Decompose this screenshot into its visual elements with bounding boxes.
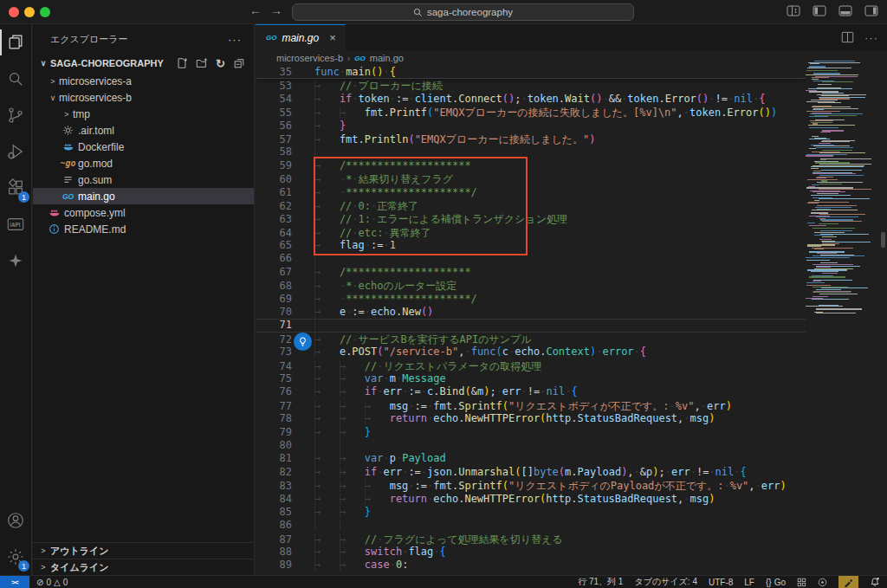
- close-window-button[interactable]: [9, 7, 19, 17]
- code-line-64[interactable]: 64→//·etc:·異常終了: [256, 226, 806, 239]
- line-number[interactable]: 64: [256, 227, 292, 239]
- split-editor-icon[interactable]: [841, 31, 854, 43]
- line-number[interactable]: 77: [256, 400, 292, 412]
- line-number[interactable]: 72: [256, 333, 292, 346]
- maximize-window-button[interactable]: [40, 7, 50, 17]
- code-line-79[interactable]: 79→→}: [256, 426, 806, 439]
- line-number[interactable]: 69: [256, 293, 292, 305]
- toggle-primary-sidebar-icon[interactable]: [813, 5, 826, 16]
- indentation-status[interactable]: タブのサイズ: 4: [634, 576, 697, 588]
- encoding-status[interactable]: UTF-8: [709, 578, 733, 587]
- line-number[interactable]: 84: [256, 493, 292, 505]
- line-number[interactable]: 74: [256, 360, 292, 372]
- code-line-80[interactable]: 80→→: [256, 439, 806, 452]
- tree-item-Dockerfile[interactable]: Dockerfile: [33, 139, 254, 155]
- code-line-58[interactable]: 58→: [256, 145, 806, 158]
- code-action-lightbulb[interactable]: [294, 333, 312, 351]
- cursor-position-status[interactable]: 行 71、列 1: [578, 576, 623, 588]
- line-number[interactable]: 35: [256, 66, 292, 78]
- code-line-57[interactable]: 57→fmt.Println("EMQXブローカーに接続しました。"): [256, 132, 806, 145]
- breadcrumb-file[interactable]: main.go: [370, 53, 404, 63]
- code-line-60[interactable]: 60→·*·結果切り替えフラグ: [256, 172, 806, 185]
- code-line-88[interactable]: 88→→switch·flag·{: [256, 546, 806, 559]
- line-number[interactable]: 58: [256, 145, 292, 158]
- code-line-63[interactable]: 63→//·1:·エラーによる補償トランザクション処理: [256, 212, 806, 225]
- tree-item-main.go[interactable]: GOmain.go: [33, 188, 254, 204]
- refresh-icon[interactable]: ↻: [216, 58, 225, 69]
- tab-main-go[interactable]: GO main.go ×: [256, 24, 346, 50]
- timeline-panel-header[interactable]: > タイムライン: [33, 559, 254, 575]
- sidebar-item-source-control[interactable]: [0, 97, 31, 133]
- line-number[interactable]: 63: [256, 213, 292, 225]
- sidebar-item-explorer[interactable]: [0, 24, 31, 61]
- line-number[interactable]: 79: [256, 426, 292, 438]
- tree-item-microservices-b[interactable]: ∨microservices-b: [33, 89, 254, 106]
- code-line-81[interactable]: 81→→var·p·Payload: [256, 452, 806, 465]
- new-file-icon[interactable]: [176, 57, 188, 69]
- line-number[interactable]: 60: [256, 173, 292, 185]
- sidebar-item-copilot[interactable]: [0, 242, 31, 279]
- code-area[interactable]: 35func·main()·{ 53→//·ブローカーに接続54→if·toke…: [256, 66, 806, 575]
- sticky-scroll[interactable]: 35func·main()·{: [256, 66, 806, 79]
- line-number[interactable]: 55: [256, 107, 292, 119]
- account-button[interactable]: [0, 502, 31, 539]
- line-number[interactable]: 53: [256, 80, 292, 92]
- line-number[interactable]: 78: [256, 412, 292, 424]
- code-line-74[interactable]: 74→→//·リクエストパラメータの取得処理: [256, 359, 806, 372]
- code-line-66[interactable]: 66→: [256, 252, 806, 265]
- code-line-62[interactable]: 62→//·0:·正常終了: [256, 199, 806, 212]
- code-line-59[interactable]: 59→/********************: [256, 159, 806, 172]
- line-number[interactable]: 88: [256, 546, 292, 558]
- line-number[interactable]: 89: [256, 559, 292, 571]
- line-number[interactable]: 86: [256, 519, 292, 531]
- code-line-73[interactable]: 73→e.POST("/service-b",·func(c·echo.Cont…: [256, 346, 806, 359]
- notifications-bell-icon[interactable]: [870, 577, 880, 587]
- tree-item-tmp[interactable]: >tmp: [33, 106, 254, 122]
- code-line-56[interactable]: 56→}: [256, 120, 806, 132]
- code-line-75[interactable]: 75→→var·m·Message: [256, 372, 806, 385]
- problems-status[interactable]: ⊘ 0 △ 0: [36, 578, 68, 587]
- code-line-53[interactable]: 53→//·ブローカーに接続: [256, 79, 806, 92]
- code-line-35[interactable]: 35func·main()·{: [256, 66, 806, 79]
- code-line-84[interactable]: 84→→→return·echo.NewHTTPError(http.Statu…: [256, 493, 806, 506]
- line-number[interactable]: 85: [256, 506, 292, 518]
- code-line-86[interactable]: 86→→: [256, 519, 806, 532]
- customize-layout-icon[interactable]: [787, 5, 800, 16]
- language-mode-status[interactable]: {} Go: [766, 578, 786, 587]
- code-line-70[interactable]: 70→e·:=·echo.New(): [256, 306, 806, 319]
- line-number[interactable]: 75: [256, 372, 292, 384]
- code-line-87[interactable]: 87→→//·フラグによって処理結果を切り替える: [256, 533, 806, 546]
- line-number[interactable]: 76: [256, 385, 292, 397]
- breadcrumb[interactable]: microservices-b › GO main.go: [256, 50, 887, 66]
- code-line-82[interactable]: 82→→if·err·:=·json.Unmarshal([]byte(m.Pa…: [256, 466, 806, 479]
- nav-back-icon[interactable]: ←: [249, 3, 262, 17]
- code-line-89[interactable]: 89→→case·0:: [256, 559, 806, 572]
- new-folder-icon[interactable]: [196, 57, 208, 69]
- remote-indicator[interactable]: ><: [0, 576, 29, 588]
- tree-item-compose.yml[interactable]: compose.yml: [33, 204, 254, 221]
- line-number[interactable]: 54: [256, 93, 292, 105]
- line-number[interactable]: 62: [256, 200, 292, 212]
- code-line-67[interactable]: 67→/********************: [256, 266, 806, 279]
- line-number[interactable]: 56: [256, 120, 292, 132]
- line-number[interactable]: 67: [256, 266, 292, 278]
- explorer-more-actions-icon[interactable]: ···: [228, 33, 242, 46]
- extension-grid-status-icon[interactable]: [797, 578, 806, 587]
- line-number[interactable]: 87: [256, 533, 292, 546]
- editor-scrollbar-thumb[interactable]: [881, 232, 885, 248]
- settings-button[interactable]: 1: [0, 539, 31, 575]
- line-number[interactable]: 73: [256, 346, 292, 358]
- code-line-85[interactable]: 85→→}: [256, 506, 806, 519]
- code-line-71[interactable]: 71→: [256, 319, 806, 332]
- tree-item-go.mod[interactable]: ~gogo.mod: [33, 155, 254, 171]
- code-line-61[interactable]: 61→·********************/: [256, 186, 806, 199]
- tree-item-go.sum[interactable]: go.sum: [33, 171, 254, 188]
- nav-forward-icon[interactable]: →: [270, 3, 282, 17]
- line-number[interactable]: 82: [256, 466, 292, 478]
- line-number[interactable]: 57: [256, 133, 292, 145]
- code-line-83[interactable]: 83→→→msg·:=·fmt.Sprintf("リクエストボディのPayloa…: [256, 479, 806, 492]
- minimap[interactable]: [806, 61, 878, 320]
- line-number[interactable]: 61: [256, 186, 292, 198]
- collapse-all-icon[interactable]: [233, 57, 245, 69]
- breadcrumb-folder[interactable]: microservices-b: [276, 53, 343, 63]
